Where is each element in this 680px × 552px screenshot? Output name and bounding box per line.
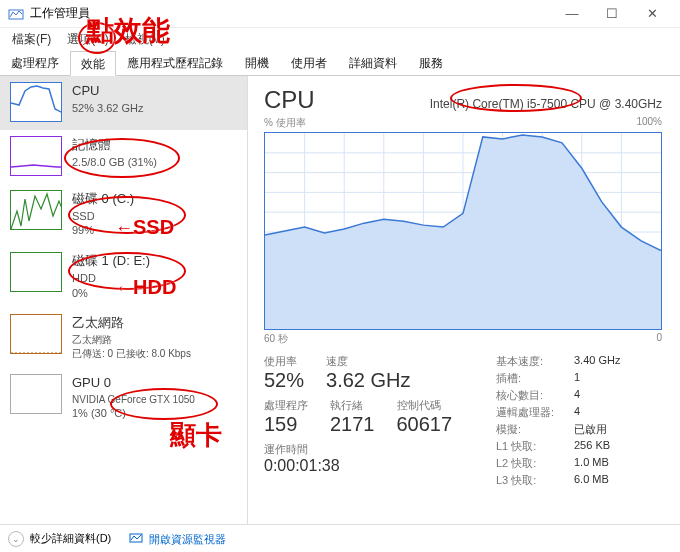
sidebar-gpu-label: GPU 0 xyxy=(72,374,195,392)
fewer-details-label[interactable]: 較少詳細資料(D) xyxy=(30,531,111,546)
spec-row: 核心數目:4 xyxy=(496,388,620,403)
y-axis-label: % 使用率 xyxy=(264,116,306,130)
cpu-model: Intel(R) Core(TM) i5-7500 CPU @ 3.40GHz xyxy=(430,97,662,111)
uptime-label: 運作時間 xyxy=(264,442,484,457)
spec-key: L1 快取: xyxy=(496,439,574,454)
resmon-icon xyxy=(129,531,143,545)
sidebar-ethernet-label: 乙太網路 xyxy=(72,314,191,332)
memory-sparkline xyxy=(10,136,62,176)
spec-key: 核心數目: xyxy=(496,388,574,403)
menu-view[interactable]: 檢視(V) xyxy=(117,29,173,50)
spec-row: 基本速度:3.40 GHz xyxy=(496,354,620,369)
app-icon xyxy=(8,6,24,22)
sidebar-ethernet-type: 乙太網路 xyxy=(72,333,191,347)
spec-key: 邏輯處理器: xyxy=(496,405,574,420)
sidebar-item-disk0[interactable]: 磁碟 0 (C:) SSD 99% xyxy=(0,184,247,246)
sidebar-gpu-value: 1% (30 °C) xyxy=(72,406,195,421)
spec-val: 1.0 MB xyxy=(574,456,609,471)
sidebar-item-memory[interactable]: 記憶體 2.5/8.0 GB (31%) xyxy=(0,130,247,184)
tab-app-history[interactable]: 應用程式歷程記錄 xyxy=(116,50,234,75)
minimize-button[interactable]: — xyxy=(552,1,592,27)
open-resmon-link[interactable]: 開啟資源監視器 xyxy=(129,531,226,547)
spec-key: 模擬: xyxy=(496,422,574,437)
cpu-sparkline xyxy=(10,82,62,122)
tab-users[interactable]: 使用者 xyxy=(280,50,338,75)
sidebar-gpu-model: NVIDIA GeForce GTX 1050 xyxy=(72,393,195,407)
spec-row: 邏輯處理器:4 xyxy=(496,405,620,420)
ethernet-sparkline xyxy=(10,314,62,354)
speed-value: 3.62 GHz xyxy=(326,369,410,392)
tab-performance[interactable]: 效能 xyxy=(70,51,116,76)
sidebar-disk0-label: 磁碟 0 (C:) xyxy=(72,190,134,208)
spec-val: 3.40 GHz xyxy=(574,354,620,369)
x-axis-right: 0 xyxy=(656,332,662,346)
sidebar-disk1-value: 0% xyxy=(72,286,150,301)
spec-key: L3 快取: xyxy=(496,473,574,488)
sidebar-cpu-label: CPU xyxy=(72,82,144,100)
spec-row: 插槽:1 xyxy=(496,371,620,386)
tab-startup[interactable]: 開機 xyxy=(234,50,280,75)
detail-panel: CPU Intel(R) Core(TM) i5-7500 CPU @ 3.40… xyxy=(248,76,680,524)
spec-row: L2 快取:1.0 MB xyxy=(496,456,620,471)
cpu-chart xyxy=(264,132,662,330)
gpu-sparkline xyxy=(10,374,62,414)
titlebar: 工作管理員 — ☐ ✕ xyxy=(0,0,680,28)
tabbar: 處理程序 效能 應用程式歷程記錄 開機 使用者 詳細資料 服務 xyxy=(0,50,680,76)
spec-val: 256 KB xyxy=(574,439,610,454)
handles-value: 60617 xyxy=(397,413,453,436)
maximize-button[interactable]: ☐ xyxy=(592,1,632,27)
disk0-sparkline xyxy=(10,190,62,230)
tab-processes[interactable]: 處理程序 xyxy=(0,50,70,75)
sidebar-ethernet-value: 已傳送: 0 已接收: 8.0 Kbps xyxy=(72,347,191,361)
speed-label: 速度 xyxy=(326,354,410,369)
detail-title: CPU xyxy=(264,86,315,114)
sidebar-disk0-type: SSD xyxy=(72,209,134,224)
threads-value: 2171 xyxy=(330,413,375,436)
util-value: 52% xyxy=(264,369,304,392)
sidebar-item-gpu0[interactable]: GPU 0 NVIDIA GeForce GTX 1050 1% (30 °C) xyxy=(0,368,247,429)
spec-key: 插槽: xyxy=(496,371,574,386)
sidebar-memory-value: 2.5/8.0 GB (31%) xyxy=(72,155,157,170)
x-axis-left: 60 秒 xyxy=(264,332,288,346)
spec-val: 6.0 MB xyxy=(574,473,609,488)
fewer-details-icon[interactable]: ⌄ xyxy=(8,531,24,547)
spec-val: 已啟用 xyxy=(574,422,607,437)
menu-file[interactable]: 檔案(F) xyxy=(4,29,59,50)
menu-options[interactable]: 選項(O) xyxy=(59,29,116,50)
sidebar-memory-label: 記憶體 xyxy=(72,136,157,154)
spec-row: L3 快取:6.0 MB xyxy=(496,473,620,488)
menubar: 檔案(F) 選項(O) 檢視(V) xyxy=(0,28,680,50)
spec-key: 基本速度: xyxy=(496,354,574,369)
threads-label: 執行緒 xyxy=(330,398,375,413)
sidebar-disk1-type: HDD xyxy=(72,271,150,286)
close-button[interactable]: ✕ xyxy=(632,1,672,27)
spec-val: 4 xyxy=(574,405,580,420)
sidebar-item-disk1[interactable]: 磁碟 1 (D: E:) HDD 0% xyxy=(0,246,247,308)
y-axis-max: 100% xyxy=(636,116,662,130)
sidebar-disk0-value: 99% xyxy=(72,223,134,238)
sidebar-item-ethernet[interactable]: 乙太網路 乙太網路 已傳送: 0 已接收: 8.0 Kbps xyxy=(0,308,247,368)
sidebar-cpu-value: 52% 3.62 GHz xyxy=(72,101,144,116)
spec-val: 1 xyxy=(574,371,580,386)
util-label: 使用率 xyxy=(264,354,304,369)
window-title: 工作管理員 xyxy=(30,5,552,22)
performance-sidebar: CPU 52% 3.62 GHz 記憶體 2.5/8.0 GB (31%) 磁碟… xyxy=(0,76,248,524)
disk1-sparkline xyxy=(10,252,62,292)
cpu-specs: 基本速度:3.40 GHz插槽:1核心數目:4邏輯處理器:4模擬:已啟用L1 快… xyxy=(496,354,620,490)
handles-label: 控制代碼 xyxy=(397,398,453,413)
sidebar-item-cpu[interactable]: CPU 52% 3.62 GHz xyxy=(0,76,247,130)
sidebar-disk1-label: 磁碟 1 (D: E:) xyxy=(72,252,150,270)
bottombar: ⌄ 較少詳細資料(D) 開啟資源監視器 xyxy=(0,524,680,552)
spec-row: L1 快取:256 KB xyxy=(496,439,620,454)
uptime-value: 0:00:01:38 xyxy=(264,457,484,475)
tab-details[interactable]: 詳細資料 xyxy=(338,50,408,75)
tab-services[interactable]: 服務 xyxy=(408,50,454,75)
spec-val: 4 xyxy=(574,388,580,403)
spec-key: L2 快取: xyxy=(496,456,574,471)
processes-value: 159 xyxy=(264,413,308,436)
spec-row: 模擬:已啟用 xyxy=(496,422,620,437)
processes-label: 處理程序 xyxy=(264,398,308,413)
